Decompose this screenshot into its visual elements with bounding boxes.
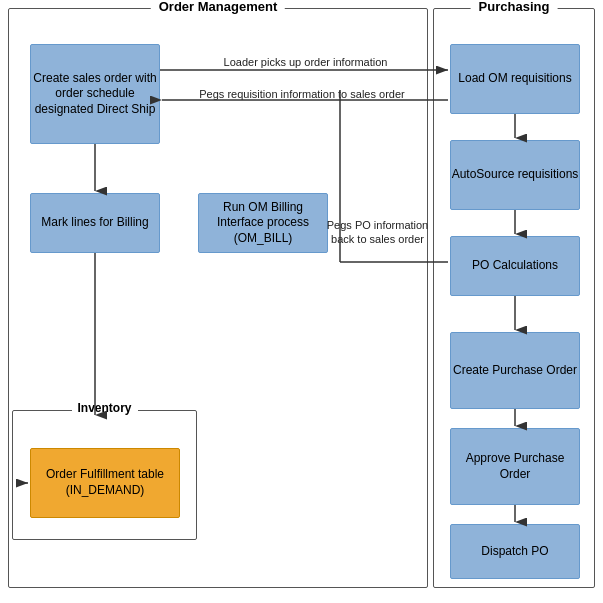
po-calculations-box: PO Calculations (450, 236, 580, 296)
pegs-req-label: Pegs requisition information to sales or… (162, 87, 442, 101)
pegs-po-label: Pegs PO information back to sales order (315, 218, 440, 247)
dispatch-po-box: Dispatch PO (450, 524, 580, 579)
create-sales-order-box: Create sales order with order schedule d… (30, 44, 160, 144)
autosource-box: AutoSource requisitions (450, 140, 580, 210)
left-panel-title: Order Management (151, 0, 285, 14)
order-fulfillment-box: Order Fulfillment table (IN_DEMAND) (30, 448, 180, 518)
load-om-box: Load OM requisitions (450, 44, 580, 114)
right-panel-title: Purchasing (471, 0, 558, 14)
inventory-title: Inventory (71, 401, 137, 415)
mark-lines-box: Mark lines for Billing (30, 193, 160, 253)
diagram-container: Order Management Purchasing Inventory Cr… (0, 0, 603, 603)
run-om-billing-box: Run OM Billing Interface process (OM_BIL… (198, 193, 328, 253)
loader-picks-label: Loader picks up order information (168, 55, 443, 69)
create-po-box: Create Purchase Order (450, 332, 580, 409)
approve-po-box: Approve Purchase Order (450, 428, 580, 505)
